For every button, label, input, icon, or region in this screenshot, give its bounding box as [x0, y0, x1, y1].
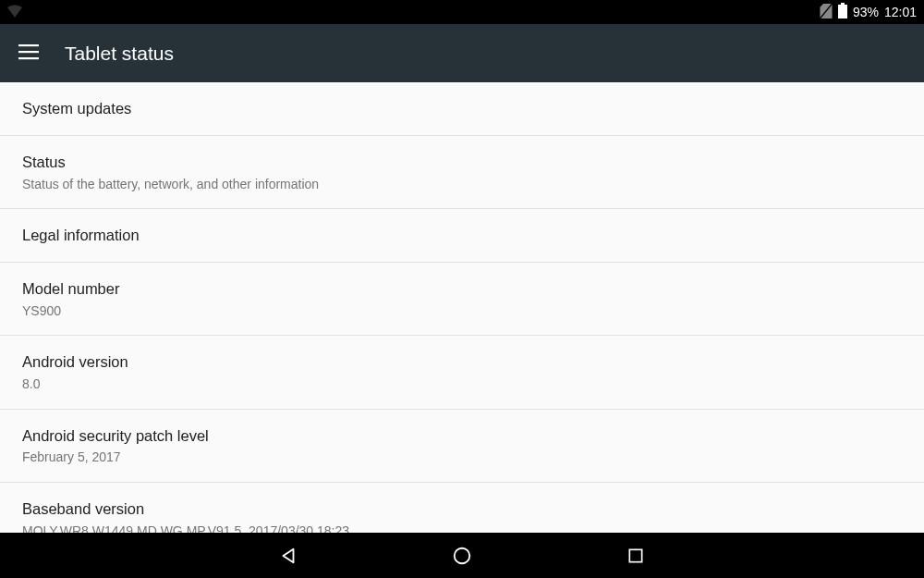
row-primary: Android security patch level — [22, 424, 902, 448]
page-title: Tablet status — [65, 43, 174, 65]
row-primary: System updates — [22, 97, 902, 120]
row-primary: Legal information — [22, 224, 902, 247]
battery-percent: 93% — [853, 5, 879, 19]
app-bar: Tablet status — [0, 24, 924, 82]
row-model-number[interactable]: Model number YS900 — [0, 263, 924, 336]
status-bar: 93% 12:01 — [0, 0, 924, 24]
back-button[interactable] — [266, 534, 310, 578]
row-primary: Model number — [22, 277, 902, 301]
row-secondary: MOLY.WR8.W1449.MD.WG.MP.V91.5, 2017/03/3… — [22, 523, 902, 533]
row-secondary: YS900 — [22, 302, 902, 321]
row-android-version[interactable]: Android version 8.0 — [0, 336, 924, 409]
row-primary: Baseband version — [22, 498, 902, 521]
svg-rect-5 — [18, 57, 39, 59]
svg-rect-7 — [629, 549, 641, 561]
wifi-icon — [7, 5, 22, 20]
svg-rect-1 — [841, 3, 845, 5]
row-primary: Android version — [22, 350, 902, 374]
row-secondary: 8.0 — [22, 375, 902, 394]
row-legal-information[interactable]: Legal information — [0, 209, 924, 263]
clock: 12:01 — [884, 5, 917, 19]
svg-rect-4 — [18, 51, 39, 53]
row-status[interactable]: Status Status of the battery, network, a… — [0, 136, 924, 209]
no-sim-icon — [820, 4, 833, 21]
svg-rect-2 — [838, 5, 847, 18]
battery-icon — [838, 3, 847, 21]
svg-point-6 — [455, 547, 470, 563]
row-secondary: February 5, 2017 — [22, 449, 902, 467]
menu-icon[interactable] — [18, 43, 39, 64]
row-security-patch[interactable]: Android security patch level February 5,… — [0, 410, 924, 483]
row-baseband-version[interactable]: Baseband version MOLY.WR8.W1449.MD.WG.MP… — [0, 483, 924, 533]
recents-button[interactable] — [614, 534, 658, 578]
settings-list[interactable]: System updates Status Status of the batt… — [0, 82, 924, 533]
navigation-bar — [0, 533, 924, 578]
row-primary: Status — [22, 151, 902, 174]
row-secondary: Status of the battery, network, and othe… — [22, 176, 902, 194]
svg-rect-3 — [18, 44, 39, 46]
row-system-updates[interactable]: System updates — [0, 82, 924, 136]
home-button[interactable] — [440, 534, 484, 578]
